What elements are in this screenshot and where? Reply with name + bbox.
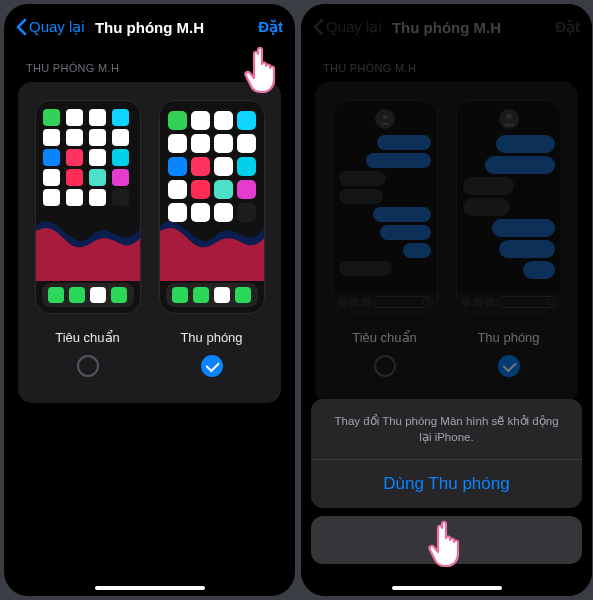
app-icon bbox=[191, 203, 210, 222]
dock-app-icon bbox=[235, 287, 251, 303]
option-standard-label: Tiêu chuẩn bbox=[55, 330, 120, 345]
app-icon bbox=[191, 111, 210, 130]
app-icon bbox=[237, 203, 256, 222]
dock-app-icon bbox=[69, 287, 85, 303]
app-icon bbox=[112, 189, 129, 206]
app-icon bbox=[191, 157, 210, 176]
app-icon bbox=[43, 109, 60, 126]
app-icon bbox=[214, 157, 233, 176]
app-icon bbox=[43, 169, 60, 186]
back-button[interactable]: Quay lại bbox=[16, 18, 85, 36]
app-icon bbox=[89, 189, 106, 206]
app-icon bbox=[237, 157, 256, 176]
back-label: Quay lại bbox=[29, 18, 85, 36]
app-icon bbox=[168, 157, 187, 176]
app-icon bbox=[66, 169, 83, 186]
dock-app-icon bbox=[172, 287, 188, 303]
option-zoomed[interactable]: Thu phóng bbox=[159, 100, 265, 377]
app-icon bbox=[89, 129, 106, 146]
home-indicator[interactable] bbox=[392, 586, 502, 590]
set-button[interactable]: Đặt bbox=[258, 18, 283, 36]
app-icon bbox=[237, 111, 256, 130]
app-icon bbox=[237, 134, 256, 153]
app-icon bbox=[66, 109, 83, 126]
sheet-message: Thay đổi Thu phóng Màn hình sẽ khởi động… bbox=[311, 399, 582, 460]
dock-app-icon bbox=[111, 287, 127, 303]
nav-bar: Quay lại Thu phóng M.H Đặt bbox=[4, 4, 295, 46]
chevron-left-icon bbox=[16, 18, 27, 36]
app-icon bbox=[237, 180, 256, 199]
dock-app-icon bbox=[193, 287, 209, 303]
app-icon bbox=[168, 203, 187, 222]
app-icon bbox=[43, 129, 60, 146]
app-icon bbox=[66, 149, 83, 166]
app-icon bbox=[43, 189, 60, 206]
sheet-cancel-button[interactable] bbox=[311, 516, 582, 564]
preview-standard bbox=[35, 100, 141, 314]
app-icon bbox=[168, 111, 187, 130]
phone-left: Quay lại Thu phóng M.H Đặt THU PHÓNG M.H… bbox=[4, 4, 295, 596]
app-icon bbox=[214, 111, 233, 130]
app-icon bbox=[214, 203, 233, 222]
section-label: THU PHÓNG M.H bbox=[4, 46, 295, 82]
use-zoom-button[interactable]: Dùng Thu phóng bbox=[311, 460, 582, 508]
phone-right: Quay lại Thu phóng M.H Đặt THU PHÓNG M.H bbox=[301, 4, 592, 596]
app-icon bbox=[66, 129, 83, 146]
app-icon bbox=[168, 180, 187, 199]
app-icon bbox=[89, 109, 106, 126]
app-icon bbox=[112, 109, 129, 126]
app-icon bbox=[214, 134, 233, 153]
app-icon bbox=[66, 189, 83, 206]
app-icon bbox=[112, 129, 129, 146]
app-icon bbox=[214, 180, 233, 199]
app-icon bbox=[89, 169, 106, 186]
option-zoomed-label: Thu phóng bbox=[180, 330, 242, 345]
app-icon bbox=[112, 149, 129, 166]
home-indicator[interactable] bbox=[95, 586, 205, 590]
radio-standard[interactable] bbox=[77, 355, 99, 377]
sheet-group: Thay đổi Thu phóng Màn hình sẽ khởi động… bbox=[311, 399, 582, 508]
dock-app-icon bbox=[214, 287, 230, 303]
preview-card: Tiêu chuẩn Thu phóng bbox=[18, 82, 281, 403]
app-icon bbox=[112, 169, 129, 186]
app-icon bbox=[43, 149, 60, 166]
dock-app-icon bbox=[48, 287, 64, 303]
radio-zoomed[interactable] bbox=[201, 355, 223, 377]
app-icon bbox=[191, 134, 210, 153]
dock-app-icon bbox=[90, 287, 106, 303]
app-icon bbox=[191, 180, 210, 199]
app-icon bbox=[168, 134, 187, 153]
app-icon bbox=[89, 149, 106, 166]
action-sheet: Thay đổi Thu phóng Màn hình sẽ khởi động… bbox=[301, 4, 592, 596]
page-title: Thu phóng M.H bbox=[95, 19, 204, 36]
preview-zoomed bbox=[159, 100, 265, 314]
option-standard[interactable]: Tiêu chuẩn bbox=[35, 100, 141, 377]
